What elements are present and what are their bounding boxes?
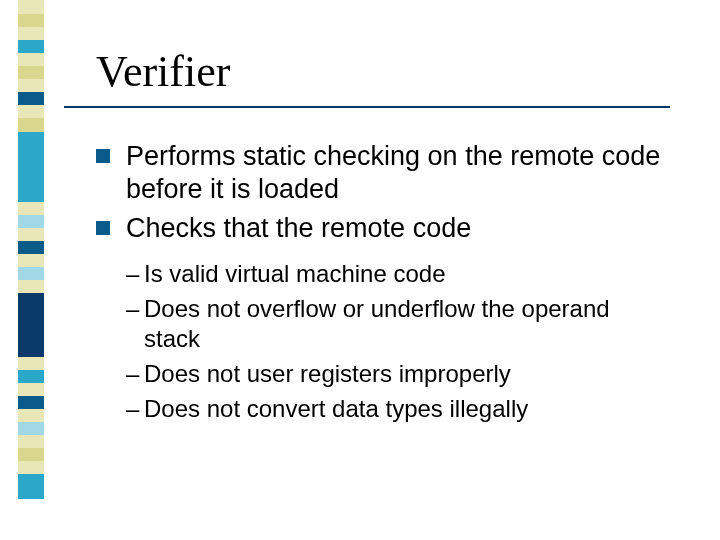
bullet-item: Performs static checking on the remote c…: [96, 140, 661, 206]
sideband-segment: [18, 435, 44, 448]
sideband-segment: [18, 396, 44, 409]
sideband-segment: [18, 409, 44, 422]
sideband-segment: [18, 53, 44, 66]
sideband-segment: [18, 293, 44, 357]
sideband-segment: [18, 280, 44, 293]
sideband-segment: [18, 27, 44, 40]
sideband-segment: [18, 66, 44, 79]
sideband-segment: [18, 357, 44, 370]
sideband-segment: [18, 215, 44, 228]
subbullet-item: Does not user registers improperly: [126, 359, 661, 390]
sideband-segment: [18, 105, 44, 118]
sideband-segment: [18, 118, 44, 132]
slide: Verifier Performs static checking on the…: [0, 0, 720, 540]
sideband-segment: [18, 383, 44, 396]
sideband-segment: [18, 241, 44, 254]
subbullet-item: Is valid virtual machine code: [126, 259, 661, 290]
sideband-segment: [18, 448, 44, 461]
sideband-segment: [18, 132, 44, 202]
subbullet-item: Does not convert data types illegally: [126, 394, 661, 425]
subbullet-item: Does not overflow or underflow the opera…: [126, 294, 661, 355]
subbullet-list: Is valid virtual machine code Does not o…: [126, 259, 661, 425]
sideband-segment: [18, 40, 44, 53]
bullet-list: Performs static checking on the remote c…: [96, 140, 661, 245]
sideband-segment: [18, 202, 44, 215]
sideband-segment: [18, 370, 44, 383]
sideband-segment: [18, 461, 44, 474]
sideband-segment: [18, 92, 44, 105]
slide-body: Performs static checking on the remote c…: [96, 140, 661, 428]
sideband-segment: [18, 228, 44, 241]
sideband-segment: [18, 422, 44, 435]
decorative-sideband: [18, 0, 44, 540]
sideband-segment: [18, 0, 44, 14]
bullet-item: Checks that the remote code: [96, 212, 661, 245]
title-rule: [64, 106, 670, 108]
sideband-segment: [18, 79, 44, 92]
sideband-segment: [18, 267, 44, 280]
sideband-segment: [18, 254, 44, 267]
sideband-segment: [18, 14, 44, 27]
sideband-segment: [18, 474, 44, 499]
slide-title: Verifier: [96, 46, 230, 97]
